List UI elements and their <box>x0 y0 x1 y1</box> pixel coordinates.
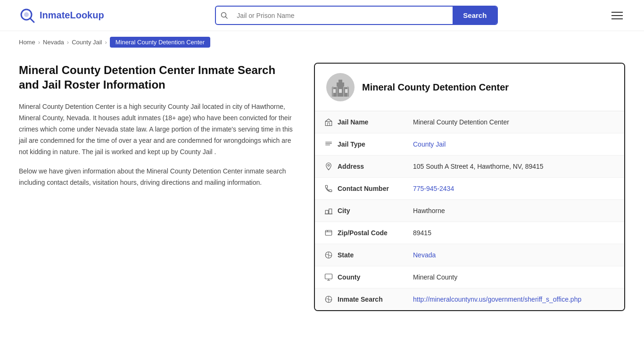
row-value-link[interactable]: County Jail <box>413 140 446 148</box>
left-content: Mineral County Detention Center Inmate S… <box>19 63 314 197</box>
svg-rect-17 <box>328 123 330 126</box>
page-title: Mineral County Detention Center Inmate S… <box>19 63 295 92</box>
table-row: CountyMineral County <box>315 266 624 288</box>
svg-rect-23 <box>329 209 332 214</box>
row-value: 105 South A Street 4, Hawthorne, NV, 894… <box>413 163 544 170</box>
state-icon <box>324 251 338 259</box>
search-button[interactable]: Search <box>453 7 497 24</box>
table-row: Inmate Searchhttp://mineralcountynv.us/g… <box>315 288 624 310</box>
search-input[interactable] <box>233 7 453 24</box>
svg-rect-8 <box>339 80 342 83</box>
site-header: InmateLookup Search <box>0 0 644 31</box>
row-label: Jail Type <box>338 140 413 148</box>
row-value-link[interactable]: http://mineralcountynv.us/government/she… <box>413 296 581 303</box>
breadcrumb-current: Mineral County Detention Center <box>110 37 210 48</box>
table-row: StateNevada <box>315 244 624 266</box>
row-value[interactable]: 775-945-2434 <box>413 185 454 192</box>
row-value-link[interactable]: Nevada <box>413 251 436 259</box>
logo-text: InmateLookup <box>40 10 104 21</box>
table-row: Jail TypeCounty Jail <box>315 133 624 156</box>
row-label: County <box>338 273 413 281</box>
breadcrumb-sep-1: › <box>38 39 40 46</box>
breadcrumb-sep-3: › <box>105 39 107 46</box>
row-label: Zip/Postal Code <box>338 229 413 237</box>
svg-rect-10 <box>339 89 342 93</box>
row-value: 89415 <box>413 229 431 237</box>
phone-icon <box>324 184 338 193</box>
search-wrapper: Search <box>215 6 498 25</box>
svg-rect-25 <box>325 230 332 236</box>
row-value[interactable]: Nevada <box>413 251 436 259</box>
info-table: Jail NameMineral County Detention Center… <box>315 111 624 310</box>
svg-rect-16 <box>325 122 332 126</box>
county-icon <box>324 273 338 281</box>
logo-icon <box>19 7 36 24</box>
row-label: Address <box>338 163 413 170</box>
page-desc-2: Below we have given information about th… <box>19 166 295 189</box>
svg-rect-13 <box>337 86 338 97</box>
svg-line-1 <box>30 18 34 22</box>
card-header: Mineral County Detention Center <box>315 64 624 111</box>
search-icon <box>216 12 233 19</box>
table-row: Jail NameMineral County Detention Center <box>315 111 624 133</box>
card-title: Mineral County Detention Center <box>362 82 509 93</box>
table-row: CityHawthorne <box>315 200 624 222</box>
breadcrumb-home[interactable]: Home <box>19 39 35 46</box>
row-value: Hawthorne <box>413 207 445 214</box>
svg-point-2 <box>24 12 29 17</box>
breadcrumb-county-jail[interactable]: County Jail <box>72 39 102 46</box>
breadcrumb: Home › Nevada › County Jail › Mineral Co… <box>0 31 644 53</box>
row-label: State <box>338 251 413 259</box>
svg-rect-14 <box>343 86 344 97</box>
svg-rect-15 <box>347 86 348 97</box>
svg-rect-12 <box>332 86 333 97</box>
row-value[interactable]: County Jail <box>413 140 446 148</box>
facility-thumbnail <box>326 73 355 101</box>
type-icon <box>324 140 338 148</box>
row-value-link[interactable]: 775-945-2434 <box>413 185 454 192</box>
table-row: Address105 South A Street 4, Hawthorne, … <box>315 156 624 178</box>
search-area: Search <box>215 6 498 25</box>
breadcrumb-nevada[interactable]: Nevada <box>43 39 64 46</box>
svg-rect-22 <box>325 210 328 214</box>
main-content: Mineral County Detention Center Inmate S… <box>0 53 644 330</box>
row-value: Mineral County <box>413 273 457 281</box>
logo-link[interactable]: InmateLookup <box>19 7 104 24</box>
breadcrumb-sep-2: › <box>67 39 69 46</box>
address-icon <box>324 162 338 171</box>
jail-icon <box>324 118 338 126</box>
row-label: Contact Number <box>338 185 413 192</box>
city-icon <box>324 206 338 215</box>
svg-point-21 <box>328 165 330 166</box>
table-row: Contact Number775-945-2434 <box>315 178 624 200</box>
row-value: Mineral County Detention Center <box>413 118 509 126</box>
row-label: Inmate Search <box>338 296 413 303</box>
facility-card: Mineral County Detention Center Jail Nam… <box>314 63 625 311</box>
zip-icon <box>324 229 338 237</box>
row-label: Jail Name <box>338 118 413 126</box>
row-label: City <box>338 207 413 214</box>
hamburger-menu[interactable] <box>609 9 625 22</box>
svg-rect-29 <box>325 274 332 279</box>
page-desc-1: Mineral County Detention Center is a hig… <box>19 101 295 157</box>
svg-line-4 <box>226 16 228 18</box>
inmate-icon <box>324 295 338 304</box>
row-value[interactable]: http://mineralcountynv.us/government/she… <box>413 296 581 303</box>
table-row: Zip/Postal Code89415 <box>315 222 624 244</box>
